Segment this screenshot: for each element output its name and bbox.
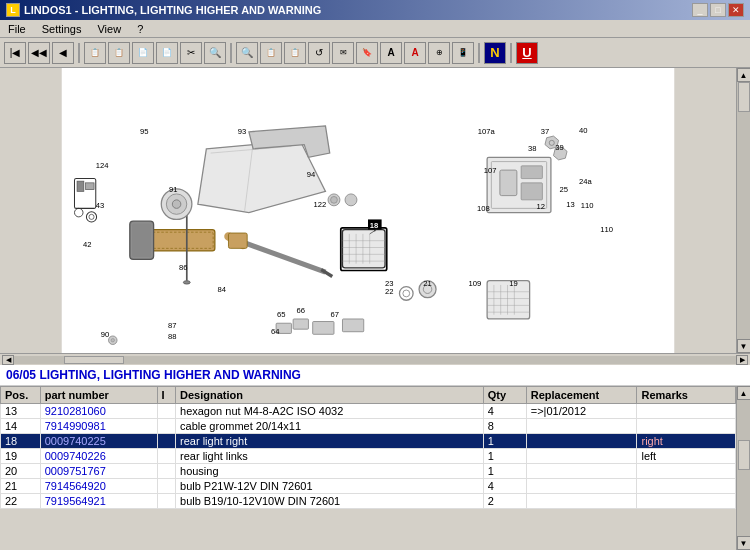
cell-designation: bulb B19/10-12V10W DIN 72601 [176, 494, 484, 509]
tb-copy1[interactable]: 📋 [84, 42, 106, 64]
tb-back-start[interactable]: |◀ [4, 42, 26, 64]
menu-view[interactable]: View [93, 22, 125, 36]
table-row[interactable]: 21 7914564920 bulb P21W-12V DIN 72601 4 [1, 479, 736, 494]
cell-remarks [637, 404, 736, 419]
tb-phone[interactable]: 📱 [452, 42, 474, 64]
tb-zoom[interactable]: ⊕ [428, 42, 450, 64]
h-scroll-track[interactable] [14, 356, 736, 364]
tb-refresh[interactable]: ↺ [308, 42, 330, 64]
tb-sep3 [478, 43, 480, 63]
table-row[interactable]: 13 9210281060 hexagon nut M4-8-A2C ISO 4… [1, 404, 736, 419]
tb-doc2[interactable]: 📄 [156, 42, 178, 64]
svg-text:67: 67 [331, 310, 340, 319]
window-title: LINDOS1 - LIGHTING, LIGHTING HIGHER AND … [24, 4, 321, 16]
svg-rect-63 [293, 319, 308, 329]
tb-sep1 [78, 43, 80, 63]
close-button[interactable]: ✕ [728, 3, 744, 17]
cell-replacement [526, 494, 637, 509]
col-qty: Qty [483, 387, 526, 404]
tb-copy2[interactable]: 📋 [108, 42, 130, 64]
cell-part: 7914564920 [40, 479, 157, 494]
svg-rect-25 [342, 230, 385, 268]
diagram-wrapper: 18 [0, 68, 750, 353]
cell-designation: bulb P21W-12V DIN 72601 [176, 479, 484, 494]
cell-part: 9210281060 [40, 404, 157, 419]
table-scroll-down[interactable]: ▼ [737, 536, 751, 550]
tb-special-u[interactable]: U [516, 42, 538, 64]
cell-designation: rear light links [176, 449, 484, 464]
tb-search1[interactable]: 🔍 [204, 42, 226, 64]
cell-part: 7914990981 [40, 419, 157, 434]
cell-qty: 1 [483, 449, 526, 464]
cell-pos: 19 [1, 449, 41, 464]
tb-back[interactable]: ◀ [52, 42, 74, 64]
table-scroll-up[interactable]: ▲ [737, 386, 751, 400]
title-bar: L LINDOS1 - LIGHTING, LIGHTING HIGHER AN… [0, 0, 750, 20]
cell-pos: 14 [1, 419, 41, 434]
menu-help[interactable]: ? [133, 22, 147, 36]
svg-rect-2 [77, 181, 84, 191]
tb-search2[interactable]: 🔍 [236, 42, 258, 64]
diagram-scrollbar[interactable]: ▲ ▼ [736, 68, 750, 353]
cell-replacement [526, 464, 637, 479]
cell-pos: 21 [1, 479, 41, 494]
table-scroll-track[interactable] [737, 400, 751, 536]
tb-clipboard2[interactable]: 📋 [284, 42, 306, 64]
svg-rect-9 [130, 221, 154, 259]
table-row[interactable]: 20 0009751767 housing 1 [1, 464, 736, 479]
svg-text:25: 25 [559, 185, 568, 194]
cell-i [157, 464, 175, 479]
h-scroll-thumb[interactable] [64, 356, 124, 364]
svg-text:93: 93 [238, 127, 247, 136]
tb-a2[interactable]: A [404, 42, 426, 64]
scroll-right-button[interactable]: ▶ [736, 355, 748, 365]
table-row[interactable]: 18 0009740225 rear light right 1 right [1, 434, 736, 449]
svg-point-17 [183, 281, 190, 284]
menu-file[interactable]: File [4, 22, 30, 36]
scroll-thumb[interactable] [738, 82, 750, 112]
cell-pos: 18 [1, 434, 41, 449]
minimize-button[interactable]: _ [692, 3, 708, 17]
cell-i [157, 494, 175, 509]
cell-i [157, 479, 175, 494]
cell-replacement [526, 449, 637, 464]
diagram-content[interactable]: 18 [0, 68, 736, 353]
cell-designation: hexagon nut M4-8-A2C ISO 4032 [176, 404, 484, 419]
tb-clipboard[interactable]: 📋 [260, 42, 282, 64]
col-remarks: Remarks [637, 387, 736, 404]
scroll-up-button[interactable]: ▲ [737, 68, 751, 82]
tb-email[interactable]: ✉ [332, 42, 354, 64]
menu-settings[interactable]: Settings [38, 22, 86, 36]
scroll-track[interactable] [737, 82, 751, 339]
diagram-h-scrollbar[interactable]: ◀ ▶ [0, 353, 750, 365]
tb-doc1[interactable]: 📄 [132, 42, 154, 64]
svg-text:13: 13 [566, 200, 575, 209]
table-row[interactable]: 22 7919564921 bulb B19/10-12V10W DIN 726… [1, 494, 736, 509]
scroll-left-button[interactable]: ◀ [2, 355, 14, 365]
table-row[interactable]: 19 0009740226 rear light links 1 left [1, 449, 736, 464]
col-pos: Pos. [1, 387, 41, 404]
tb-bookmark[interactable]: 🔖 [356, 42, 378, 64]
table-scroll-area[interactable]: Pos. part number I Designation Qty Repla… [0, 386, 736, 550]
svg-text:110: 110 [581, 201, 594, 210]
menu-bar: File Settings View ? [0, 20, 750, 38]
svg-text:94: 94 [307, 170, 316, 179]
section-header: 06/05 LIGHTING, LIGHTING HIGHER AND WARN… [0, 365, 750, 386]
tb-a1[interactable]: A [380, 42, 402, 64]
window-controls: _ □ ✕ [692, 3, 744, 17]
maximize-button[interactable]: □ [710, 3, 726, 17]
tb-sep2 [230, 43, 232, 63]
tb-back-fast[interactable]: ◀◀ [28, 42, 50, 64]
svg-text:39: 39 [555, 143, 564, 152]
table-wrapper: Pos. part number I Designation Qty Repla… [0, 386, 750, 550]
app-icon: L [6, 3, 20, 17]
tb-cut[interactable]: ✂ [180, 42, 202, 64]
table-scrollbar[interactable]: ▲ ▼ [736, 386, 750, 550]
table-scroll-thumb[interactable] [738, 440, 750, 470]
cell-i [157, 404, 175, 419]
scroll-down-button[interactable]: ▼ [737, 339, 751, 353]
cell-pos: 22 [1, 494, 41, 509]
tb-special-n[interactable]: N [484, 42, 506, 64]
table-row[interactable]: 14 7914990981 cable grommet 20/14x11 8 [1, 419, 736, 434]
svg-text:86: 86 [179, 263, 188, 272]
